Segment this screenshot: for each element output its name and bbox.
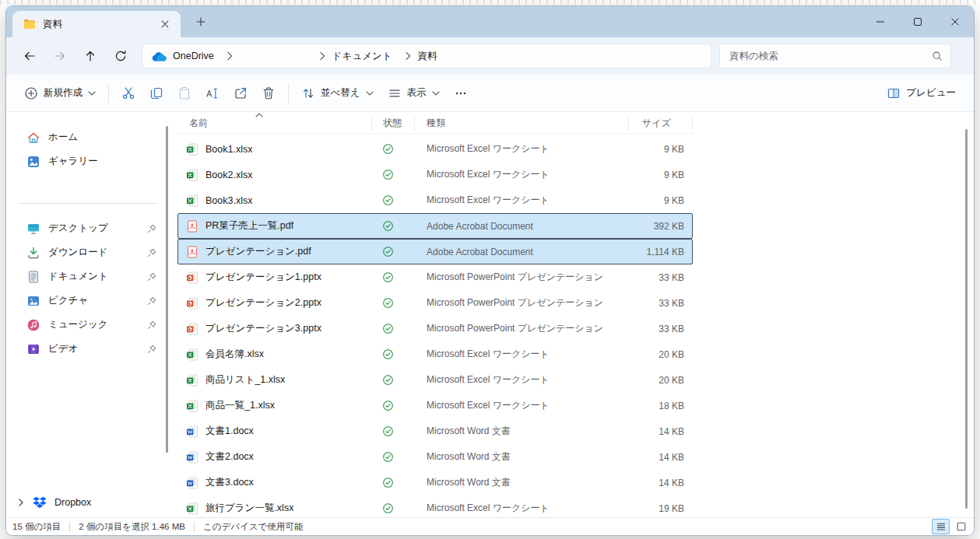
column-header[interactable]: 名前 [177,117,372,131]
check-circle-icon [382,297,394,309]
商品一覧_1.xlsx[interactable]: 商品一覧_1.xlsx Microsoft Excel ワークシート 18 KB [177,393,693,418]
new-button[interactable]: 新規作成 [17,79,103,107]
sidebar-item-downloads[interactable]: ダウンロード [12,240,163,264]
Book3.xlsx[interactable]: Book3.xlsx Microsoft Excel ワークシート 9 KB [177,187,693,213]
sidebar-item-dropbox[interactable]: Dropbox [12,490,163,514]
details-view-button[interactable] [932,519,950,534]
file-name-cell: 文書3.docx [178,471,372,495]
file-name-cell: プレゼンテーション1.pptx [178,265,372,289]
more-icon [454,86,468,100]
sort-ascending-icon [255,113,263,117]
column-header[interactable]: 種類 [415,117,629,131]
excel-file-icon [186,143,198,156]
file-type-cell: Microsoft Word 文書 [415,445,628,469]
breadcrumb-segment[interactable]: OneDrive [152,51,240,61]
Book1.xlsx[interactable]: Book1.xlsx Microsoft Excel ワークシート 9 KB [177,136,693,162]
sidebar-item-pictures[interactable]: ピクチャ [12,289,163,313]
view-button[interactable]: 表示 [381,79,447,107]
excel-file-icon [186,374,198,387]
close-window-button[interactable] [936,6,974,37]
new-tab-button[interactable] [190,11,212,33]
sidebar-spacer [6,173,170,203]
文書1.docx[interactable]: 文書1.docx Microsoft Word 文書 14 KB [177,418,693,444]
会員名簿.xlsx[interactable]: 会員名簿.xlsx Microsoft Excel ワークシート 20 KB [177,341,693,367]
cut-icon [121,86,135,100]
search-input[interactable] [729,51,932,61]
forward-button[interactable] [46,43,74,69]
cut-button[interactable] [114,79,142,107]
forward-icon [54,50,66,62]
preview-button-label: プレビュー [906,86,956,100]
Book2.xlsx[interactable]: Book2.xlsx Microsoft Excel ワークシート 9 KB [177,162,693,187]
sidebar-item-gallery[interactable]: ギャラリー [12,149,163,173]
column-header[interactable]: サイズ [629,117,693,131]
powerpoint-file-icon [186,297,198,310]
dropbox-icon [33,495,47,509]
maximize-button[interactable] [899,6,936,37]
rename-button[interactable] [198,79,227,107]
word-file-icon [186,425,198,438]
PR菓子売上一覧.pdf[interactable]: PR菓子売上一覧.pdf Adobe Acrobat Document 392 … [177,213,693,239]
rename-icon [205,86,220,100]
refresh-button[interactable] [107,43,135,69]
breadcrumb-chevron-icon[interactable] [405,51,411,61]
file-size-cell: 20 KB [628,342,692,366]
excel-file-icon [186,194,198,207]
file-list-scrollbar[interactable] [965,129,968,509]
file-size-cell: 392 KB [628,214,692,238]
tab-close-button[interactable] [157,16,173,32]
column-header-row: 名前 状態 種類 サイズ [177,114,693,134]
up-button[interactable] [76,43,104,69]
sidebar-item-videos[interactable]: ビデオ [12,337,163,361]
文書2.docx[interactable]: 文書2.docx Microsoft Word 文書 14 KB [177,444,693,470]
file-size-cell: 14 KB [628,419,692,443]
breadcrumb-chevron-icon[interactable] [319,51,325,61]
sort-button-label: 並べ替え [321,86,360,100]
sort-button[interactable]: 並べ替え [294,79,381,107]
more-button[interactable] [447,79,475,107]
delete-button[interactable] [255,79,283,107]
file-type-cell: Microsoft Excel ワークシート [415,368,628,392]
search-box[interactable] [719,44,951,68]
status-separator [194,522,195,532]
sidebar-item-desktop[interactable]: デスクトップ [12,216,163,240]
breadcrumb-chevron-icon[interactable] [227,51,233,61]
pdf-file-icon [186,246,198,258]
address-bar[interactable]: OneDrive ドキュメント 資料 [142,44,711,68]
preview-button[interactable]: プレビュー [880,79,963,107]
file-type-cell: Microsoft Word 文書 [415,471,628,495]
back-button[interactable] [16,43,44,69]
breadcrumb-segment[interactable]: 資料 [418,50,437,63]
chevron-right-icon[interactable] [17,499,25,506]
toolbar-separator [108,84,109,103]
商品リスト_1.xlsx[interactable]: 商品リスト_1.xlsx Microsoft Excel ワークシート 20 K… [177,367,693,393]
copy-button[interactable] [142,79,170,107]
sidebar-item-music[interactable]: ミュージック [12,313,163,337]
file-status-cell [372,368,415,392]
file-type-cell: Microsoft PowerPoint プレゼンテーション [415,291,628,315]
file-status-cell [372,240,415,264]
breadcrumb-segment[interactable]: ドキュメント [332,50,418,63]
sidebar-item-documents[interactable]: ドキュメント [12,264,163,289]
file-type-cell: Microsoft Excel ワークシート [415,163,628,187]
minimize-icon [876,17,885,26]
status-bar: 15 個の項目 2 個の項目を選択 1.46 MB このデバイスで使用可能 [6,517,974,535]
file-status-cell [372,394,415,418]
column-header[interactable]: 状態 [372,117,415,131]
プレゼンテーション3.pptx[interactable]: プレゼンテーション3.pptx Microsoft PowerPoint プレゼ… [177,316,693,341]
paste-button[interactable] [170,79,198,107]
icons-view-button[interactable] [952,519,970,534]
プレゼンテーション2.pptx[interactable]: プレゼンテーション2.pptx Microsoft PowerPoint プレゼ… [177,290,693,316]
share-icon [234,86,248,100]
sidebar-scrollbar[interactable] [166,126,168,453]
文書3.docx[interactable]: 文書3.docx Microsoft Word 文書 14 KB [177,470,693,495]
check-circle-icon [382,477,394,488]
sidebar-item-home[interactable]: ホーム [12,125,163,149]
tab-shiryou[interactable]: 資料 [12,11,181,37]
プレゼンテーション.pdf[interactable]: プレゼンテーション.pdf Adobe Acrobat Document 1,1… [177,239,693,264]
breadcrumb-segment[interactable] [240,51,332,61]
share-button[interactable] [227,79,255,107]
プレゼンテーション1.pptx[interactable]: プレゼンテーション1.pptx Microsoft PowerPoint プレゼ… [177,264,693,290]
word-file-icon [186,451,198,464]
minimize-button[interactable] [862,6,899,37]
